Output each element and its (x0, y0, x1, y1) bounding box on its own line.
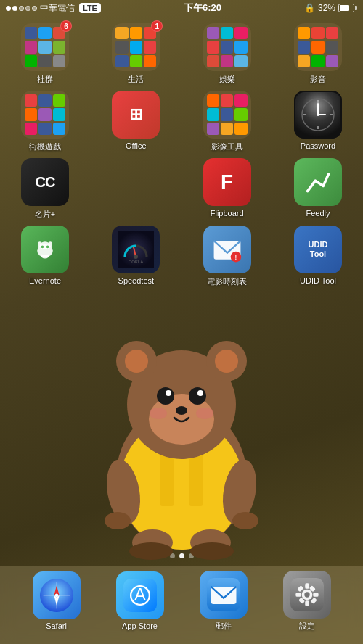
signal-dot-5 (32, 6, 37, 11)
evernote-icon-svg (32, 236, 58, 263)
folder-shequn[interactable]: 6 社群 (9, 23, 81, 85)
app-speedtest[interactable]: OOKLA Speedtest (99, 226, 172, 287)
app-row-2: 街機遊戲 ⊞ Office 影像工具 (9, 91, 354, 152)
folder-yingyin[interactable]: 影音 (282, 23, 354, 85)
lock-icon: 🔒 (304, 3, 315, 13)
empty-icon (112, 158, 160, 206)
app-password[interactable]: Password (282, 91, 354, 152)
home-screen: 6 社群 1 生活 (0, 16, 363, 564)
mini-icon (53, 94, 65, 107)
mini-icon (234, 41, 247, 53)
app-schedule-label: 電影時刻表 (207, 276, 247, 287)
folder-yingyin-wrapper (294, 23, 342, 71)
dock-appstore-icon: A (116, 571, 164, 619)
speedtest-icon-svg: OOKLA (118, 231, 154, 268)
mini-icon (115, 27, 128, 39)
app-yingxiangtools[interactable]: 影像工具 (191, 91, 264, 152)
app-flipboard[interactable]: F Flipboard (191, 158, 264, 220)
folder-yule-label: 娛樂 (219, 74, 235, 85)
svg-rect-76 (313, 593, 318, 597)
mini-icon (207, 123, 219, 135)
page-dot-2 (179, 553, 184, 558)
battery-indicator (338, 4, 357, 12)
app-schedule-icon: ! (203, 226, 251, 273)
app-feedly-label: Feedly (306, 209, 330, 218)
mini-icon (311, 55, 324, 67)
feedly-icon-svg (305, 169, 331, 195)
folder-row-1: 6 社群 1 生活 (9, 23, 354, 85)
app-jiejiyouxi[interactable]: 街機遊戲 (9, 91, 81, 152)
app-yingxiang-label: 影像工具 (211, 141, 243, 152)
carrier-label: 中華電信 (40, 2, 75, 15)
folder-shequn-wrapper: 6 (21, 23, 69, 71)
mini-icon (234, 27, 247, 39)
folder-shenghuo[interactable]: 1 生活 (99, 23, 172, 85)
mini-icon (311, 27, 324, 39)
mini-icon (234, 108, 247, 120)
dock-item-mail[interactable]: 郵件 (200, 571, 248, 632)
mini-icon (38, 41, 51, 53)
page-dot-1 (170, 553, 175, 558)
mini-icon (25, 123, 37, 135)
app-evernote-label: Evernote (29, 276, 61, 285)
network-badge: LTE (79, 3, 101, 13)
mini-icon (326, 41, 338, 53)
svg-rect-75 (295, 593, 301, 597)
mini-icon (298, 27, 310, 39)
mini-icon (234, 94, 247, 107)
udid-text: UDID Tool (309, 240, 328, 259)
app-evernote[interactable]: Evernote (9, 226, 81, 287)
folder-yule-icon (203, 23, 251, 71)
folder-yule[interactable]: 娛樂 (191, 23, 264, 85)
app-speedtest-label: Speedtest (118, 276, 155, 285)
battery-fill (340, 5, 349, 11)
mini-icon (130, 27, 142, 39)
dock-settings-label: 設定 (299, 621, 315, 632)
mini-icon (25, 108, 37, 120)
dock-item-settings[interactable]: 設定 (283, 571, 331, 632)
dock-settings-icon (283, 571, 331, 619)
app-password-icon (294, 91, 342, 139)
dock-appstore-label: App Store (122, 622, 158, 630)
mini-icon (207, 41, 219, 53)
dock: Safari A App Store (0, 566, 363, 644)
mini-icon (221, 123, 233, 135)
svg-point-64 (54, 594, 58, 598)
signal-dot-1 (6, 6, 11, 11)
svg-point-12 (38, 242, 41, 247)
app-speedtest-icon: OOKLA (112, 226, 160, 273)
mini-icon (130, 55, 142, 67)
svg-point-19 (134, 255, 138, 259)
flipboard-icon-text: F (221, 170, 233, 194)
app-flipboard-icon: F (203, 158, 251, 206)
app-office-label: Office (126, 141, 147, 150)
app-feedly[interactable]: Feedly (282, 158, 354, 220)
dock-item-safari[interactable]: Safari (33, 571, 81, 630)
app-office[interactable]: ⊞ Office (99, 91, 172, 152)
office-icon-glyph: ⊞ (129, 105, 142, 124)
svg-point-14 (41, 246, 44, 249)
mini-icon (115, 55, 128, 67)
app-schedule[interactable]: ! 電影時刻表 (191, 226, 264, 287)
app-flipboard-label: Flipboard (211, 209, 244, 218)
app-cc-icon: CC (21, 158, 69, 206)
app-cc[interactable]: CC 名片+ (9, 158, 81, 220)
mini-icon (221, 94, 233, 107)
mini-icon (221, 55, 233, 67)
mini-icon (144, 55, 156, 67)
badge-shenghuo: 1 (151, 20, 163, 32)
mini-icon (38, 123, 51, 135)
mini-icon (25, 55, 37, 67)
dock-item-appstore[interactable]: A App Store (116, 571, 164, 630)
mini-icon (207, 55, 219, 67)
mini-icon (311, 41, 324, 53)
app-feedly-icon (294, 158, 342, 206)
settings-icon-svg (290, 578, 324, 611)
app-password-label: Password (301, 141, 335, 150)
mini-icon (25, 94, 37, 107)
mini-icon (234, 123, 247, 135)
status-right: 🔒 32% (304, 3, 357, 13)
svg-text:OOKLA: OOKLA (129, 260, 144, 264)
app-udidtool[interactable]: UDID Tool UDID Tool (282, 226, 354, 287)
badge-shequn: 6 (60, 20, 72, 32)
